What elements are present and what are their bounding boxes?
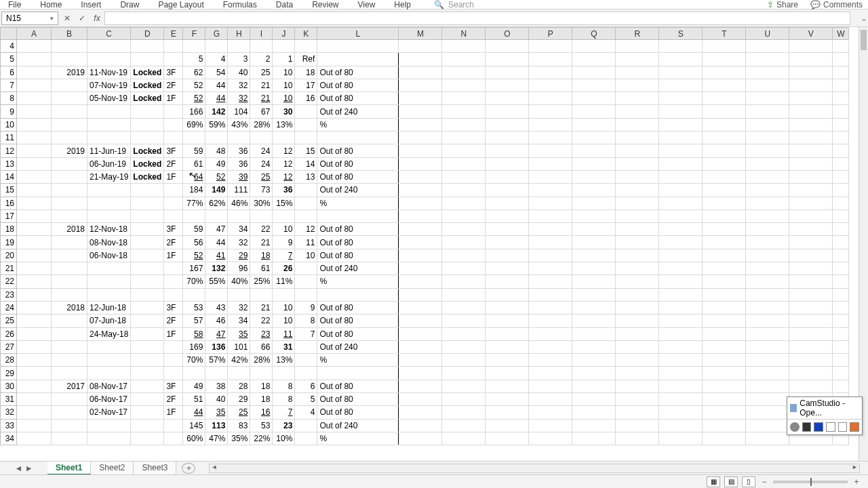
cell-L8[interactable]: Out of 80 xyxy=(317,92,399,105)
cell-T6[interactable] xyxy=(703,66,746,79)
cell-A15[interactable] xyxy=(17,184,52,197)
cell-W30[interactable] xyxy=(833,380,849,392)
row-header-21[interactable]: 21 xyxy=(1,262,17,275)
cell-U4[interactable] xyxy=(746,40,789,53)
cell-K4[interactable] xyxy=(295,40,317,53)
cell-R13[interactable] xyxy=(616,157,659,170)
ribbon-tab-insert[interactable]: Insert xyxy=(78,0,104,9)
cell-F32[interactable]: 44 xyxy=(183,406,205,419)
comments-button[interactable]: 💬Comments xyxy=(810,0,863,9)
cell-F17[interactable] xyxy=(183,209,205,222)
sheet-nav[interactable]: ◄ ► xyxy=(0,464,47,473)
col-header-S[interactable]: S xyxy=(659,28,703,40)
cell-H16[interactable]: 46% xyxy=(228,197,250,209)
cell-Q23[interactable] xyxy=(572,288,616,301)
cell-L6[interactable]: Out of 80 xyxy=(317,66,399,79)
row-header-14[interactable]: 14 xyxy=(1,170,17,183)
cell-R9[interactable] xyxy=(616,105,659,118)
cell-D5[interactable] xyxy=(131,53,164,66)
cell-Q13[interactable] xyxy=(572,157,616,170)
cell-T24[interactable] xyxy=(703,301,746,314)
cell-J24[interactable]: 10 xyxy=(273,301,295,314)
cell-G12[interactable]: 48 xyxy=(205,144,228,157)
cell-E14[interactable]: 1F xyxy=(164,170,183,183)
cell-T26[interactable] xyxy=(703,327,746,340)
cell-H9[interactable]: 104 xyxy=(228,105,250,118)
cell-O5[interactable] xyxy=(486,53,529,66)
cell-L4[interactable] xyxy=(317,40,399,53)
cell-L26[interactable]: Out of 80 xyxy=(317,327,399,340)
cell-P31[interactable] xyxy=(529,393,572,406)
zoom-in-button[interactable]: + xyxy=(852,477,861,487)
cell-U22[interactable] xyxy=(746,275,789,288)
cell-M9[interactable] xyxy=(399,105,442,118)
cell-T29[interactable] xyxy=(703,367,746,380)
cell-N7[interactable] xyxy=(442,79,486,92)
cell-Q20[interactable] xyxy=(572,249,616,262)
cell-G14[interactable]: 52 xyxy=(205,170,228,183)
cell-E9[interactable] xyxy=(164,105,183,118)
cell-A30[interactable] xyxy=(17,380,52,392)
cell-V13[interactable] xyxy=(789,157,833,170)
cell-M11[interactable] xyxy=(399,131,442,144)
cell-F31[interactable]: 51 xyxy=(183,393,205,406)
cell-R12[interactable] xyxy=(616,144,659,157)
cell-H34[interactable]: 35% xyxy=(228,432,250,445)
row-header-20[interactable]: 20 xyxy=(1,249,17,262)
cell-O30[interactable] xyxy=(486,380,529,392)
cell-L11[interactable] xyxy=(317,131,399,144)
cell-W4[interactable] xyxy=(833,40,849,53)
cell-N26[interactable] xyxy=(442,327,486,340)
cell-V17[interactable] xyxy=(789,209,833,222)
cell-Q28[interactable] xyxy=(572,354,616,367)
cell-M23[interactable] xyxy=(399,288,442,301)
cell-P29[interactable] xyxy=(529,367,572,380)
cell-E17[interactable] xyxy=(164,209,183,222)
cell-T7[interactable] xyxy=(703,79,746,92)
cell-N10[interactable] xyxy=(442,118,486,131)
cell-B7[interactable] xyxy=(52,79,87,92)
row-header-12[interactable]: 12 xyxy=(1,144,17,157)
cell-V27[interactable] xyxy=(789,340,833,353)
cell-A20[interactable] xyxy=(17,249,52,262)
cell-Q19[interactable] xyxy=(572,236,616,249)
cell-H17[interactable] xyxy=(228,209,250,222)
row-header-6[interactable]: 6 xyxy=(1,66,17,79)
cell-N8[interactable] xyxy=(442,92,486,105)
cell-N32[interactable] xyxy=(442,406,486,419)
cell-F11[interactable] xyxy=(183,131,205,144)
cell-N6[interactable] xyxy=(442,66,486,79)
cell-G31[interactable]: 40 xyxy=(205,393,228,406)
row-header-16[interactable]: 16 xyxy=(1,197,17,209)
cell-H28[interactable]: 42% xyxy=(228,354,250,367)
cell-B12[interactable]: 2019 xyxy=(52,144,87,157)
cell-U28[interactable] xyxy=(746,354,789,367)
cell-S31[interactable] xyxy=(659,393,703,406)
cell-G27[interactable]: 136 xyxy=(205,340,228,353)
cell-D27[interactable] xyxy=(131,340,164,353)
cell-B8[interactable] xyxy=(52,92,87,105)
cell-M21[interactable] xyxy=(399,262,442,275)
cell-K5[interactable]: Ref xyxy=(295,53,317,66)
cell-M20[interactable] xyxy=(399,249,442,262)
cell-U10[interactable] xyxy=(746,118,789,131)
cell-I17[interactable] xyxy=(250,209,273,222)
cell-D18[interactable] xyxy=(131,223,164,236)
cell-S30[interactable] xyxy=(659,380,703,392)
page-layout-button[interactable]: ▤ xyxy=(724,476,738,487)
cell-I11[interactable] xyxy=(250,131,273,144)
cell-P24[interactable] xyxy=(529,301,572,314)
cell-N23[interactable] xyxy=(442,288,486,301)
cell-T5[interactable] xyxy=(703,53,746,66)
cell-B5[interactable] xyxy=(52,53,87,66)
cell-O34[interactable] xyxy=(486,432,529,445)
cell-A6[interactable] xyxy=(17,66,52,79)
cell-W17[interactable] xyxy=(833,209,849,222)
cell-V9[interactable] xyxy=(789,105,833,118)
cell-G5[interactable]: 4 xyxy=(205,53,228,66)
cell-F29[interactable] xyxy=(183,367,205,380)
cell-A29[interactable] xyxy=(17,367,52,380)
cell-I19[interactable]: 21 xyxy=(250,236,273,249)
cell-F10[interactable]: 69% xyxy=(183,118,205,131)
cell-L16[interactable]: % xyxy=(317,197,399,209)
